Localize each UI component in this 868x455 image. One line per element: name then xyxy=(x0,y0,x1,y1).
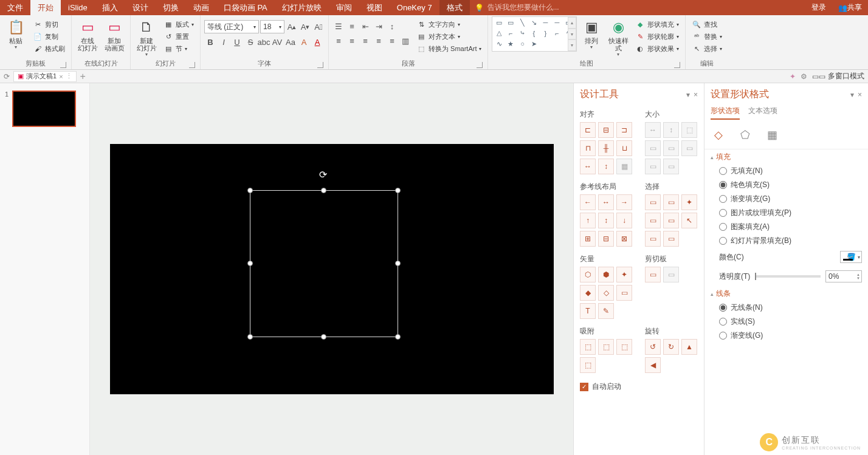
cut-button[interactable]: ✂剪切 xyxy=(30,19,67,30)
snap-icon[interactable]: ⬚ xyxy=(580,357,596,373)
tab-format[interactable]: 格式 xyxy=(439,0,470,15)
align-middle-icon[interactable]: ╫ xyxy=(598,140,614,156)
gradient-fill-radio[interactable]: 渐变填充(G) xyxy=(719,194,862,204)
expand-gallery-icon[interactable]: ▾ xyxy=(568,39,576,51)
solid-line-radio[interactable]: 实线(S) xyxy=(719,316,862,327)
resize-handle[interactable] xyxy=(395,261,401,266)
distribute-v-icon[interactable]: ↕ xyxy=(598,159,614,174)
guide-icon[interactable]: ⊞ xyxy=(580,231,596,247)
transparency-slider[interactable] xyxy=(755,275,821,278)
align-center-h-icon[interactable]: ⊟ xyxy=(598,122,614,138)
align-center-button[interactable]: ≡ xyxy=(346,35,358,47)
shapes-gallery[interactable]: ▭▭╲↘── ▭△⌐⤷{} ⌐∿∿★○➤ ▴▾▾ xyxy=(492,16,577,52)
guide-icon[interactable]: ↕ xyxy=(598,213,614,228)
selected-rectangle-shape[interactable]: ⟳ xyxy=(250,190,398,337)
new-animation-page-button[interactable]: ▭ 新加 动画页 xyxy=(102,16,126,52)
new-tab-button[interactable]: + xyxy=(80,71,86,82)
tab-islide[interactable]: iSlide xyxy=(61,0,95,15)
indent-decrease-button[interactable]: ⇤ xyxy=(359,20,371,32)
snap-icon[interactable]: ⬚ xyxy=(580,339,596,355)
shape-circle-icon[interactable]: ○ xyxy=(517,39,528,48)
char-spacing-button[interactable]: AV xyxy=(271,36,283,48)
align-top-icon[interactable]: ⊓ xyxy=(580,140,596,156)
section-button[interactable]: ▤节▾ xyxy=(161,43,196,54)
underline-button[interactable]: U xyxy=(231,36,243,48)
gradient-line-radio[interactable]: 渐变线(G) xyxy=(719,330,862,341)
size-icon[interactable]: ▭ xyxy=(681,140,697,156)
strike-button[interactable]: S xyxy=(244,36,257,48)
shape-brace-icon[interactable]: { xyxy=(528,29,539,38)
select-icon[interactable]: ▭ xyxy=(663,231,679,247)
shape-rect-icon[interactable]: ▭ xyxy=(505,18,516,27)
no-fill-radio[interactable]: 无填充(N) xyxy=(719,166,862,176)
dialog-launcher-icon[interactable] xyxy=(60,62,66,68)
distribute-h-icon[interactable]: ↔ xyxy=(580,159,596,174)
guide-icon[interactable]: ⊠ xyxy=(616,231,632,247)
tab-review[interactable]: 审阅 xyxy=(329,0,359,15)
guide-icon[interactable]: ↓ xyxy=(616,213,632,228)
align-left-button[interactable]: ≡ xyxy=(332,35,345,47)
shape-arrow-icon[interactable]: ⤷ xyxy=(517,29,528,38)
replace-button[interactable]: ᵃᵇ替换▾ xyxy=(689,31,725,42)
change-case-button[interactable]: Aa xyxy=(284,36,297,48)
shape-curve-icon[interactable]: ∿ xyxy=(494,39,505,48)
indent-increase-button[interactable]: ⇥ xyxy=(373,20,385,32)
align-text-button[interactable]: ▤对齐文本▾ xyxy=(414,31,484,42)
transparency-input[interactable]: 0%▲▼ xyxy=(825,270,862,282)
shape-line-icon[interactable]: ╲ xyxy=(517,18,528,27)
shape-arrow-icon[interactable]: ➤ xyxy=(528,39,539,48)
select-magic-icon[interactable]: ✦ xyxy=(681,194,697,210)
equal-height-icon[interactable]: ↕ xyxy=(663,122,679,138)
guide-icon[interactable]: ⊟ xyxy=(598,231,614,247)
vector-combine-icon[interactable]: ⬢ xyxy=(598,267,614,282)
tab-file[interactable]: 文件 xyxy=(0,0,30,15)
fill-section-toggle[interactable]: ▴填充 xyxy=(704,149,868,165)
guide-icon[interactable]: ← xyxy=(580,194,596,210)
align-right-icon[interactable]: ⊐ xyxy=(616,122,632,138)
dialog-launcher-icon[interactable] xyxy=(317,62,323,68)
slide-canvas-area[interactable]: ⟳ xyxy=(90,83,573,455)
shadow-button[interactable]: abc xyxy=(258,36,270,48)
select-icon[interactable]: ▭ xyxy=(663,213,679,228)
flip-h-icon[interactable]: ▲ xyxy=(681,339,697,355)
numbering-button[interactable]: ≡ xyxy=(346,20,358,32)
fill-line-mode-icon[interactable]: ◇ xyxy=(711,127,726,143)
multi-window-button[interactable]: ▭▭多窗口模式 xyxy=(812,71,864,81)
distribute-grid-icon[interactable]: ▦ xyxy=(616,159,632,174)
menu-icon[interactable]: ⋮ xyxy=(66,72,72,80)
dialog-launcher-icon[interactable] xyxy=(189,62,195,68)
vector-edit-icon[interactable]: ✎ xyxy=(598,303,614,319)
slide-bg-fill-radio[interactable]: 幻灯片背景填充(B) xyxy=(719,236,862,246)
document-tab[interactable]: ▣ 演示文稿1 × ⋮ xyxy=(13,71,77,82)
size-icon[interactable]: ▭ xyxy=(663,159,679,174)
smartart-button[interactable]: ⬚转换为 SmartArt▾ xyxy=(414,43,484,54)
flip-v-icon[interactable]: ◀ xyxy=(645,357,661,373)
clipboard-icon[interactable]: ▭ xyxy=(645,267,661,282)
select-icon[interactable]: ▭ xyxy=(663,194,679,210)
bold-button[interactable]: B xyxy=(204,36,216,48)
vector-fragment-icon[interactable]: ✦ xyxy=(616,267,632,282)
panel-menu-icon[interactable]: ▾ xyxy=(686,91,690,99)
fill-color-picker[interactable]: 🪣▾ xyxy=(840,251,862,263)
spin-down-icon[interactable]: ▼ xyxy=(856,276,860,280)
tab-design[interactable]: 设计 xyxy=(125,0,156,15)
clear-format-button[interactable]: A⃠ xyxy=(312,21,325,33)
text-options-tab[interactable]: 文本选项 xyxy=(748,106,777,120)
slide-thumb-1[interactable]: 1 xyxy=(5,91,84,127)
resize-handle[interactable] xyxy=(247,188,253,193)
shape-connector-icon[interactable]: ⌐ xyxy=(505,29,516,38)
shape-effects-button[interactable]: ◐形状效果▾ xyxy=(633,43,681,54)
clipboard-icon[interactable]: ▭ xyxy=(663,267,679,282)
tab-view[interactable]: 视图 xyxy=(359,0,390,15)
select-icon[interactable]: ▭ xyxy=(645,231,661,247)
layout-button[interactable]: ▦版式▾ xyxy=(161,19,196,30)
rotate-left-icon[interactable]: ↺ xyxy=(645,339,661,355)
font-color-button[interactable]: A xyxy=(311,36,323,48)
vector-subtract-icon[interactable]: ◇ xyxy=(598,285,614,301)
resize-handle[interactable] xyxy=(247,261,253,266)
close-tab-icon[interactable]: × xyxy=(59,73,63,80)
align-bottom-icon[interactable]: ⊔ xyxy=(616,140,632,156)
line-section-toggle[interactable]: ▴线条 xyxy=(704,286,868,301)
dialog-launcher-icon[interactable] xyxy=(477,62,483,68)
vector-union-icon[interactable]: ⬡ xyxy=(580,267,596,282)
